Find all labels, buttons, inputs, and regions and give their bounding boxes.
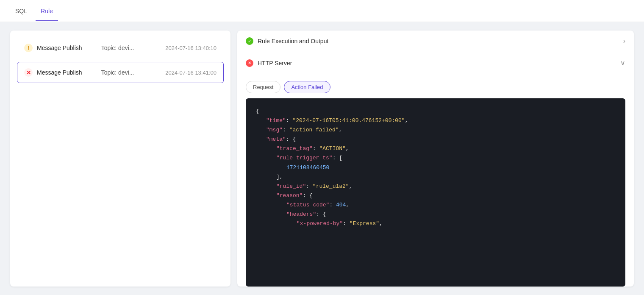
content-tabs: Request Action Failed: [237, 74, 634, 93]
message-label-2: Message Publish: [37, 69, 97, 76]
message-item-2[interactable]: ✕ Message Publish Topic: devi... 2024-07…: [17, 62, 224, 83]
warn-icon: !: [24, 44, 33, 52]
http-server-title: HTTP Server: [258, 60, 292, 67]
tab-rule[interactable]: Rule: [36, 1, 58, 21]
tab-action-failed[interactable]: Action Failed: [284, 81, 330, 93]
rule-execution-header[interactable]: ✓ Rule Execution and Output ›: [237, 31, 634, 52]
http-server-header[interactable]: ✕ HTTP Server ∨: [237, 52, 634, 74]
error-icon-http: ✕: [246, 59, 253, 67]
rule-execution-left: ✓ Rule Execution and Output: [246, 37, 328, 45]
success-icon: ✓: [246, 37, 253, 45]
message-time-1: 2024-07-16 13:40:10: [165, 45, 217, 51]
code-block[interactable]: { "time": "2024-07-16T05:41:00.476152+00…: [246, 98, 625, 287]
chevron-down-icon: ∨: [620, 59, 625, 67]
error-icon-2: ✕: [24, 68, 33, 77]
tab-sql[interactable]: SQL: [10, 1, 32, 21]
left-panel: ! Message Publish Topic: devi... 2024-07…: [10, 31, 230, 287]
chevron-right-icon: ›: [623, 37, 625, 45]
message-topic-2: Topic: devi...: [101, 69, 161, 76]
top-tabs-bar: SQL Rule: [0, 0, 644, 22]
rule-execution-title: Rule Execution and Output: [258, 38, 328, 45]
message-item-1[interactable]: ! Message Publish Topic: devi... 2024-07…: [17, 37, 224, 58]
right-panel: ✓ Rule Execution and Output › ✕ HTTP Ser…: [237, 31, 634, 287]
main-content: ! Message Publish Topic: devi... 2024-07…: [0, 22, 644, 295]
message-label-1: Message Publish: [37, 45, 97, 51]
message-time-2: 2024-07-16 13:41:00: [165, 70, 217, 76]
http-server-left: ✕ HTTP Server: [246, 59, 292, 67]
tab-request[interactable]: Request: [246, 81, 280, 93]
message-topic-1: Topic: devi...: [101, 45, 161, 51]
